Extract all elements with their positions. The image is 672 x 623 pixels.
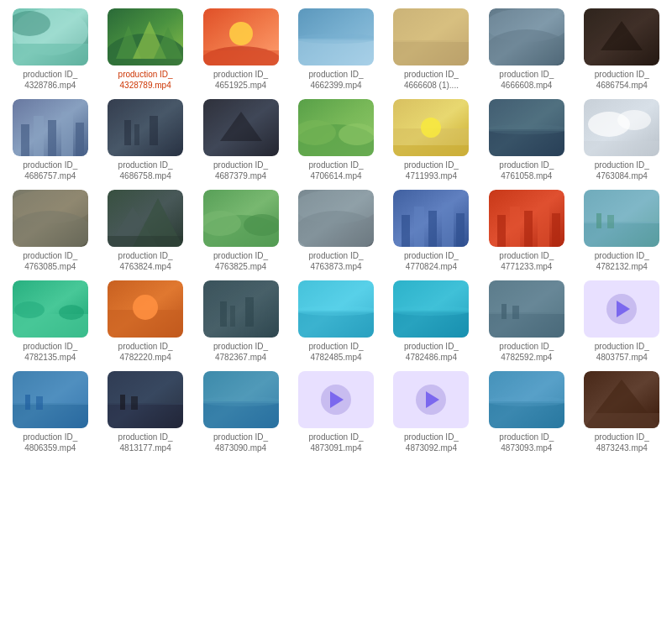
list-item[interactable]: production ID_4873093.mp4 [483,371,570,453]
svg-rect-96 [220,301,227,327]
video-thumbnail [108,8,183,65]
svg-rect-118 [108,403,183,428]
list-item[interactable]: production ID_4687379.mp4 [197,99,284,181]
svg-rect-78 [510,207,520,247]
file-name: production ID_4763824.mp4 [118,250,173,272]
svg-rect-12 [203,50,279,65]
svg-point-106 [393,306,469,316]
list-item[interactable]: production ID_4711993.mp4 [388,99,475,181]
svg-point-69 [298,211,374,247]
list-item[interactable]: production ID_4328786.mp4 [7,8,93,91]
video-thumbnail [298,190,374,247]
svg-point-46 [421,118,441,138]
svg-rect-27 [21,124,29,156]
list-item[interactable]: production ID_4770824.mp4 [388,190,475,272]
svg-rect-116 [36,396,43,410]
video-thumbnail [203,190,279,247]
svg-rect-74 [442,202,454,247]
svg-point-51 [489,124,564,134]
svg-rect-71 [402,215,410,247]
svg-rect-36 [150,116,158,145]
video-thumbnail [393,371,469,428]
svg-rect-29 [48,120,56,156]
file-name: production ID_4873091.mp4 [308,432,363,453]
video-thumbnail [203,99,279,156]
list-item[interactable]: production ID_4873243.mp4 [579,371,665,453]
svg-rect-75 [456,213,465,247]
list-item[interactable]: production ID_4761058.mp4 [483,99,570,181]
list-item[interactable]: production ID_4686757.mp4 [7,99,93,181]
list-item[interactable]: production ID_4706614.mp4 [292,99,379,181]
svg-rect-18 [393,40,469,65]
video-thumbnail [393,8,469,65]
svg-rect-80 [538,202,549,247]
video-thumbnail [584,8,659,65]
file-name: production ID_4711993.mp4 [404,160,459,181]
list-item[interactable]: production ID_4782220.mp4 [102,280,188,363]
list-item[interactable]: production ID_4771233.mp4 [483,190,570,272]
list-item[interactable]: production ID_4782485.mp4 [292,280,379,363]
list-item[interactable]: production ID_4782132.mp4 [579,190,665,272]
video-thumbnail [393,280,469,338]
list-item[interactable]: production ID_4763873.mp4 [292,190,379,272]
svg-point-58 [13,211,88,247]
list-item[interactable]: production ID_4666608 (1).... [388,8,475,91]
video-thumbnail [203,371,279,428]
video-thumbnail [584,99,659,156]
file-name: production ID_4651925.mp4 [213,69,268,91]
file-name: production ID_4763084.mp4 [595,160,649,181]
svg-rect-83 [584,222,659,247]
video-thumbnail [393,99,469,156]
video-thumbnail [489,8,564,65]
video-thumbnail [13,8,88,65]
list-item[interactable]: production ID_4782135.mp4 [7,280,93,363]
svg-rect-121 [131,396,138,410]
list-item[interactable]: production ID_4803757.mp4 [579,280,665,363]
list-item[interactable]: production ID_4782592.mp4 [483,280,570,363]
file-name: production ID_4328789.mp4 [118,69,173,91]
list-item[interactable]: production ID_4662399.mp4 [292,8,379,91]
list-item[interactable]: production ID_4782486.mp4 [388,280,475,363]
file-name: production ID_4873092.mp4 [404,432,459,453]
list-item[interactable]: production ID_4763085.mp4 [7,190,93,272]
svg-rect-97 [230,306,235,327]
list-item[interactable]: production ID_4651925.mp4 [197,8,284,91]
svg-point-11 [229,22,253,45]
svg-rect-30 [61,112,73,156]
file-name: production ID_4770824.mp4 [404,250,459,272]
video-thumbnail [13,371,88,428]
video-thumbnail [489,190,564,247]
svg-point-90 [59,305,84,320]
list-item[interactable]: production ID_4873090.mp4 [197,371,284,453]
svg-rect-84 [584,190,659,223]
svg-rect-2 [13,44,88,65]
file-name: production ID_4873090.mp4 [213,432,268,453]
svg-rect-72 [414,207,424,247]
list-item[interactable]: production ID_4873092.mp4 [388,371,475,453]
svg-rect-109 [489,280,564,314]
svg-rect-98 [245,297,254,327]
list-item[interactable]: production ID_4813177.mp4 [102,371,188,453]
list-item[interactable]: production ID_4686758.mp4 [102,99,188,181]
list-item[interactable]: production ID_4666608.mp4 [483,8,570,91]
video-thumbnail [584,190,659,247]
file-name: production ID_4686758.mp4 [118,160,173,181]
video-thumbnail [203,8,279,65]
list-item[interactable]: production ID_4686754.mp4 [579,8,665,91]
svg-rect-115 [25,395,30,410]
file-name: production ID_4873243.mp4 [595,432,649,453]
file-name: production ID_4662399.mp4 [308,69,363,91]
file-name: production ID_4687379.mp4 [213,160,268,181]
list-item[interactable]: production ID_4873091.mp4 [292,371,379,453]
file-name: production ID_4686754.mp4 [595,69,649,91]
list-item[interactable]: production ID_4806359.mp4 [7,371,93,453]
file-name: production ID_4761058.mp4 [499,160,554,181]
list-item[interactable]: production ID_4763824.mp4 [102,190,188,272]
list-item[interactable]: production ID_4763084.mp4 [579,99,665,181]
svg-rect-55 [584,141,659,156]
svg-rect-114 [13,371,88,405]
svg-rect-62 [108,236,183,247]
list-item[interactable]: production ID_4328789.mp4 [102,8,188,91]
list-item[interactable]: production ID_4763825.mp4 [197,190,284,272]
list-item[interactable]: production ID_4782367.mp4 [197,280,284,363]
